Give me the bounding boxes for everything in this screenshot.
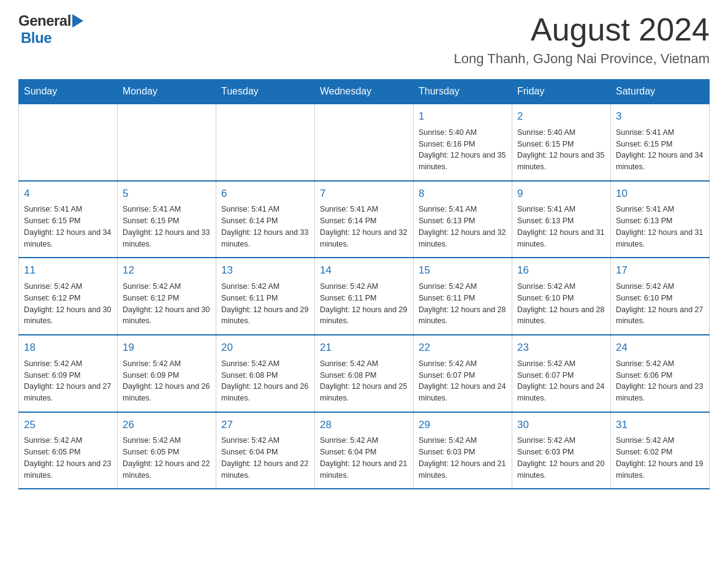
- day-number: 25: [24, 418, 112, 433]
- calendar-header-sunday: Sunday: [19, 80, 118, 104]
- calendar-cell: 25Sunrise: 5:42 AM Sunset: 6:05 PM Dayli…: [19, 412, 118, 489]
- day-info: Sunrise: 5:42 AM Sunset: 6:10 PM Dayligh…: [616, 281, 704, 327]
- day-info: Sunrise: 5:42 AM Sunset: 6:06 PM Dayligh…: [616, 358, 704, 404]
- day-number: 20: [221, 340, 309, 356]
- calendar-week-2: 4Sunrise: 5:41 AM Sunset: 6:15 PM Daylig…: [19, 181, 710, 258]
- calendar-header-saturday: Saturday: [611, 80, 710, 104]
- day-number: 16: [517, 263, 605, 278]
- day-number: 17: [616, 263, 704, 278]
- calendar-week-1: 1Sunrise: 5:40 AM Sunset: 6:16 PM Daylig…: [19, 104, 710, 181]
- logo-blue-text: Blue: [21, 29, 51, 47]
- day-info: Sunrise: 5:41 AM Sunset: 6:13 PM Dayligh…: [419, 204, 507, 250]
- calendar-cell: 24Sunrise: 5:42 AM Sunset: 6:06 PM Dayli…: [611, 335, 710, 412]
- day-info: Sunrise: 5:42 AM Sunset: 6:12 PM Dayligh…: [123, 281, 211, 327]
- day-info: Sunrise: 5:42 AM Sunset: 6:07 PM Dayligh…: [419, 358, 507, 404]
- day-number: 18: [24, 340, 112, 356]
- calendar-cell: 21Sunrise: 5:42 AM Sunset: 6:08 PM Dayli…: [315, 335, 414, 412]
- day-info: Sunrise: 5:41 AM Sunset: 6:13 PM Dayligh…: [616, 204, 704, 250]
- day-number: 8: [419, 186, 507, 202]
- day-info: Sunrise: 5:41 AM Sunset: 6:15 PM Dayligh…: [24, 204, 112, 250]
- calendar-cell: 28Sunrise: 5:42 AM Sunset: 6:04 PM Dayli…: [315, 412, 414, 489]
- day-number: 24: [616, 340, 704, 356]
- day-info: Sunrise: 5:42 AM Sunset: 6:08 PM Dayligh…: [320, 358, 408, 404]
- calendar-header-thursday: Thursday: [414, 80, 512, 104]
- calendar-cell: 31Sunrise: 5:42 AM Sunset: 6:02 PM Dayli…: [611, 412, 710, 489]
- calendar-cell: [315, 104, 414, 181]
- day-number: 9: [517, 186, 605, 202]
- day-info: Sunrise: 5:41 AM Sunset: 6:13 PM Dayligh…: [517, 204, 605, 250]
- calendar-cell: 5Sunrise: 5:41 AM Sunset: 6:15 PM Daylig…: [118, 181, 216, 258]
- month-title: August 2024: [454, 12, 710, 47]
- calendar-cell: 23Sunrise: 5:42 AM Sunset: 6:07 PM Dayli…: [512, 335, 611, 412]
- calendar-week-5: 25Sunrise: 5:42 AM Sunset: 6:05 PM Dayli…: [19, 412, 710, 489]
- day-info: Sunrise: 5:42 AM Sunset: 6:04 PM Dayligh…: [320, 435, 408, 481]
- calendar-cell: 1Sunrise: 5:40 AM Sunset: 6:16 PM Daylig…: [414, 104, 512, 181]
- day-info: Sunrise: 5:42 AM Sunset: 6:07 PM Dayligh…: [517, 358, 605, 404]
- calendar-cell: 9Sunrise: 5:41 AM Sunset: 6:13 PM Daylig…: [512, 181, 611, 258]
- day-info: Sunrise: 5:42 AM Sunset: 6:02 PM Dayligh…: [616, 435, 704, 481]
- day-info: Sunrise: 5:42 AM Sunset: 6:11 PM Dayligh…: [320, 281, 408, 327]
- day-number: 31: [616, 418, 704, 433]
- calendar-cell: 18Sunrise: 5:42 AM Sunset: 6:09 PM Dayli…: [19, 335, 118, 412]
- calendar-cell: [19, 104, 118, 181]
- day-info: Sunrise: 5:42 AM Sunset: 6:11 PM Dayligh…: [419, 281, 507, 327]
- day-number: 14: [320, 263, 408, 278]
- day-info: Sunrise: 5:40 AM Sunset: 6:16 PM Dayligh…: [419, 127, 507, 173]
- calendar-cell: 30Sunrise: 5:42 AM Sunset: 6:03 PM Dayli…: [512, 412, 611, 489]
- calendar-cell: 20Sunrise: 5:42 AM Sunset: 6:08 PM Dayli…: [216, 335, 315, 412]
- calendar-cell: 7Sunrise: 5:41 AM Sunset: 6:14 PM Daylig…: [315, 181, 414, 258]
- calendar-header-friday: Friday: [512, 80, 611, 104]
- calendar-cell: 17Sunrise: 5:42 AM Sunset: 6:10 PM Dayli…: [611, 258, 710, 335]
- calendar-cell: 27Sunrise: 5:42 AM Sunset: 6:04 PM Dayli…: [216, 412, 315, 489]
- day-number: 22: [419, 340, 507, 356]
- day-number: 13: [221, 263, 309, 278]
- day-info: Sunrise: 5:42 AM Sunset: 6:05 PM Dayligh…: [24, 435, 112, 481]
- calendar-cell: 16Sunrise: 5:42 AM Sunset: 6:10 PM Dayli…: [512, 258, 611, 335]
- calendar-header-tuesday: Tuesday: [216, 80, 315, 104]
- day-info: Sunrise: 5:41 AM Sunset: 6:14 PM Dayligh…: [320, 204, 408, 250]
- calendar-cell: 14Sunrise: 5:42 AM Sunset: 6:11 PM Dayli…: [315, 258, 414, 335]
- calendar-cell: 26Sunrise: 5:42 AM Sunset: 6:05 PM Dayli…: [118, 412, 216, 489]
- calendar-cell: 15Sunrise: 5:42 AM Sunset: 6:11 PM Dayli…: [414, 258, 512, 335]
- title-section: August 2024 Long Thanh, GJong Nai Provin…: [454, 12, 710, 67]
- calendar-table: SundayMondayTuesdayWednesdayThursdayFrid…: [18, 79, 710, 489]
- day-info: Sunrise: 5:42 AM Sunset: 6:10 PM Dayligh…: [517, 281, 605, 327]
- calendar-cell: 19Sunrise: 5:42 AM Sunset: 6:09 PM Dayli…: [118, 335, 216, 412]
- calendar-cell: 2Sunrise: 5:40 AM Sunset: 6:15 PM Daylig…: [512, 104, 611, 181]
- calendar-cell: 4Sunrise: 5:41 AM Sunset: 6:15 PM Daylig…: [19, 181, 118, 258]
- day-info: Sunrise: 5:41 AM Sunset: 6:14 PM Dayligh…: [221, 204, 309, 250]
- day-info: Sunrise: 5:42 AM Sunset: 6:09 PM Dayligh…: [123, 358, 211, 404]
- day-number: 2: [517, 109, 605, 124]
- calendar-cell: 29Sunrise: 5:42 AM Sunset: 6:03 PM Dayli…: [414, 412, 512, 489]
- calendar-cell: 13Sunrise: 5:42 AM Sunset: 6:11 PM Dayli…: [216, 258, 315, 335]
- svg-marker-0: [72, 14, 83, 28]
- day-info: Sunrise: 5:42 AM Sunset: 6:09 PM Dayligh…: [24, 358, 112, 404]
- day-number: 12: [123, 263, 211, 278]
- logo-triangle-icon: [72, 14, 83, 28]
- day-info: Sunrise: 5:42 AM Sunset: 6:05 PM Dayligh…: [123, 435, 211, 481]
- day-number: 7: [320, 186, 408, 202]
- day-number: 26: [123, 418, 211, 433]
- day-number: 10: [616, 186, 704, 202]
- day-number: 1: [419, 109, 507, 124]
- calendar-cell: [216, 104, 315, 181]
- day-number: 4: [24, 186, 112, 202]
- calendar-header-wednesday: Wednesday: [315, 80, 414, 104]
- calendar-cell: 8Sunrise: 5:41 AM Sunset: 6:13 PM Daylig…: [414, 181, 512, 258]
- day-info: Sunrise: 5:42 AM Sunset: 6:03 PM Dayligh…: [419, 435, 507, 481]
- calendar-cell: 11Sunrise: 5:42 AM Sunset: 6:12 PM Dayli…: [19, 258, 118, 335]
- day-number: 27: [221, 418, 309, 433]
- logo: General Blue: [18, 12, 83, 47]
- location-title: Long Thanh, GJong Nai Province, Vietnam: [454, 51, 710, 67]
- day-info: Sunrise: 5:42 AM Sunset: 6:11 PM Dayligh…: [221, 281, 309, 327]
- day-number: 23: [517, 340, 605, 356]
- calendar-header-row: SundayMondayTuesdayWednesdayThursdayFrid…: [19, 80, 710, 104]
- day-info: Sunrise: 5:40 AM Sunset: 6:15 PM Dayligh…: [517, 127, 605, 173]
- day-number: 11: [24, 263, 112, 278]
- day-number: 29: [419, 418, 507, 433]
- day-number: 21: [320, 340, 408, 356]
- logo-general-text: General: [18, 12, 71, 29]
- day-info: Sunrise: 5:42 AM Sunset: 6:04 PM Dayligh…: [221, 435, 309, 481]
- calendar-header-monday: Monday: [118, 80, 216, 104]
- calendar-cell: [118, 104, 216, 181]
